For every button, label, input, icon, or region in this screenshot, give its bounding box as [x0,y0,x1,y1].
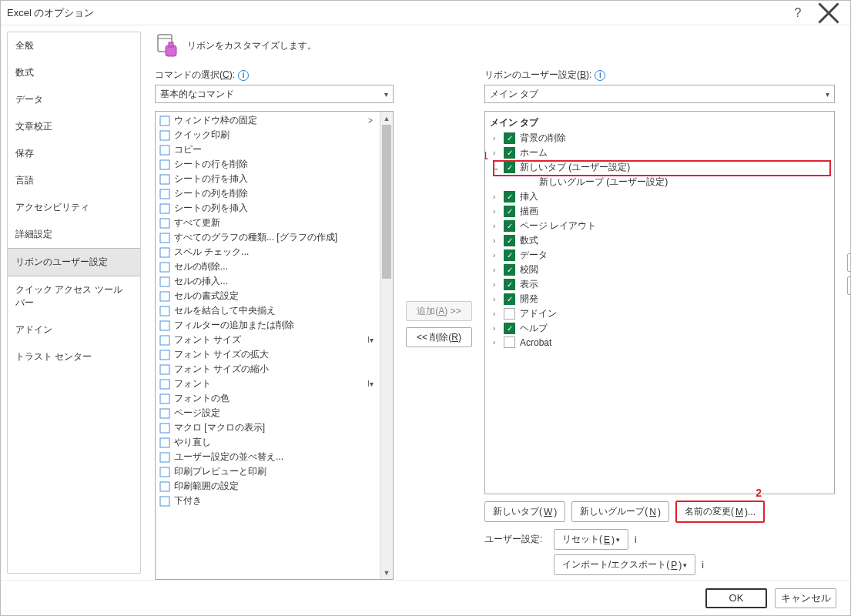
rename-button[interactable]: 名前の変更(M)... [675,500,765,523]
tree-item[interactable]: ›✓挿入 [487,189,833,204]
checkbox[interactable]: ✓ [504,147,515,159]
ribbon-combo[interactable]: メイン タブ ▾ [484,85,835,103]
checkbox[interactable]: ✓ [504,132,515,144]
command-list-item[interactable]: シートの行を削除 [156,157,380,172]
import-export-button[interactable]: インポート/エクスポート(P)▾ [554,554,695,575]
expand-chevron-icon[interactable]: › [493,338,502,346]
scroll-down-button[interactable]: ▼ [380,566,393,579]
expand-chevron-icon[interactable]: ⌄ [493,163,502,172]
command-list-item[interactable]: フォント サイズの拡大 [156,347,380,362]
help-button[interactable]: ? [782,2,813,24]
command-list-item[interactable]: セルの書式設定 [156,289,380,303]
command-list-item[interactable]: スペル チェック... [156,245,380,259]
commands-combo[interactable]: 基本的なコマンド ▾ [155,85,394,103]
expand-chevron-icon[interactable]: › [493,236,502,245]
command-list-item[interactable]: ページ設定 [156,406,380,420]
checkbox[interactable]: ✓ [504,249,515,261]
tree-item[interactable]: ›Acrobat [487,336,833,349]
add-button[interactable]: 追加(A) >> [406,301,472,321]
expand-chevron-icon[interactable]: › [493,266,502,274]
expand-chevron-icon[interactable]: › [493,207,502,216]
sidebar-item[interactable]: 数式 [8,59,140,86]
tree-item[interactable]: ›✓数式 [487,233,833,248]
tree-item[interactable]: ›✓開発 [487,292,833,306]
scrollbar[interactable]: ▲ ▼ [380,112,393,579]
cancel-button[interactable]: キャンセル [775,588,836,608]
tree-item[interactable]: ›✓データ [487,248,833,263]
sidebar-item[interactable]: 言語 [8,167,140,194]
tree-item[interactable]: ›✓ヘルプ [487,321,833,336]
move-up-button[interactable]: ▲ [847,253,851,272]
tree-item[interactable]: ›アドイン [487,306,833,321]
scroll-thumb[interactable] [382,125,391,279]
checkbox[interactable]: ✓ [504,206,515,217]
sidebar-item[interactable]: 文章校正 [8,113,140,140]
tree-item[interactable]: ›✓ページ レイアウト [487,219,833,233]
sidebar-item[interactable]: 全般 [8,32,140,59]
sidebar-item[interactable]: アドイン [8,316,140,343]
command-list-item[interactable]: すべて更新 [156,216,380,230]
expand-chevron-icon[interactable]: › [493,295,502,303]
expand-chevron-icon[interactable]: › [493,149,502,157]
new-group-button[interactable]: 新しいグループ(N) [571,501,669,522]
expand-chevron-icon[interactable]: › [493,134,502,142]
command-list-item[interactable]: コピー [156,142,380,157]
command-list-item[interactable]: フォントI▾ [156,377,380,391]
command-list-item[interactable]: シートの列を削除 [156,186,380,201]
checkbox[interactable]: ✓ [504,264,515,276]
command-list-item[interactable]: セルを結合して中央揃え [156,303,380,318]
sidebar-item[interactable]: 保存 [8,140,140,167]
tree-item[interactable]: ›✓ホーム [487,146,833,160]
sidebar-item[interactable]: クイック アクセス ツール バー [8,276,140,316]
expand-chevron-icon[interactable]: › [493,222,502,230]
info-icon[interactable]: i [238,70,249,81]
command-list-item[interactable]: シートの列を挿入 [156,201,380,216]
command-list-item[interactable]: クイック印刷 [156,128,380,142]
sidebar-item[interactable]: トラスト センター [8,343,140,370]
command-list-item[interactable]: 下付き [156,494,380,508]
scroll-up-button[interactable]: ▲ [380,112,393,125]
tree-item[interactable]: ›✓描画 [487,204,833,219]
ok-button[interactable]: OK [705,588,767,608]
checkbox[interactable]: ✓ [504,293,515,305]
info-icon[interactable]: i [595,70,605,81]
tree-item[interactable]: 新しいグループ (ユーザー設定) [487,175,833,189]
checkbox[interactable]: ✓ [504,279,515,290]
tree-item[interactable]: ›✓校閲 [487,263,833,277]
checkbox[interactable]: ✓ [504,220,515,232]
checkbox[interactable]: ✓ [504,191,515,203]
remove-button[interactable]: << 削除(R) [406,327,472,347]
tree-item[interactable]: ›✓表示 [487,277,833,292]
checkbox[interactable] [504,308,515,320]
sidebar-item[interactable]: 詳細設定 [8,221,140,248]
checkbox[interactable] [504,336,515,348]
checkbox[interactable]: ✓ [504,323,515,334]
expand-chevron-icon[interactable]: › [493,310,502,318]
ribbon-tree[interactable]: メイン タブ ›✓背景の削除›✓ホーム⌄✓新しいタブ (ユーザー設定)1新しいグ… [484,111,835,494]
close-button[interactable] [813,2,844,24]
info-icon[interactable]: i [702,560,704,571]
sidebar-item[interactable]: データ [8,86,140,113]
command-list-item[interactable]: セルの挿入... [156,274,380,289]
checkbox[interactable]: ✓ [504,235,515,246]
command-list-item[interactable]: シートの行を挿入 [156,172,380,186]
expand-chevron-icon[interactable]: › [493,280,502,289]
expand-chevron-icon[interactable]: › [493,192,502,201]
command-list-item[interactable]: ウィンドウ枠の固定> [156,113,380,128]
new-tab-button[interactable]: 新しいタブ(W) [484,501,565,522]
command-list-item[interactable]: ユーザー設定の並べ替え... [156,450,380,464]
sidebar-item[interactable]: アクセシビリティ [8,194,140,221]
info-icon[interactable]: i [635,534,637,545]
command-list-item[interactable]: セルの削除... [156,259,380,274]
command-list-item[interactable]: やり直し [156,435,380,450]
expand-chevron-icon[interactable]: › [493,251,502,259]
command-list-item[interactable]: すべてのグラフの種類... [グラフの作成] [156,230,380,245]
command-list-item[interactable]: フォント サイズの縮小 [156,362,380,377]
move-down-button[interactable]: ▼ [847,276,851,295]
commands-listbox[interactable]: ウィンドウ枠の固定>クイック印刷コピーシートの行を削除シートの行を挿入シートの列… [155,111,394,580]
sidebar-item[interactable]: リボンのユーザー設定 [8,248,140,276]
command-list-item[interactable]: フォント サイズI▾ [156,333,380,347]
command-list-item[interactable]: 印刷範囲の設定 [156,479,380,494]
expand-chevron-icon[interactable]: › [493,324,502,333]
checkbox[interactable]: ✓ [504,162,515,173]
